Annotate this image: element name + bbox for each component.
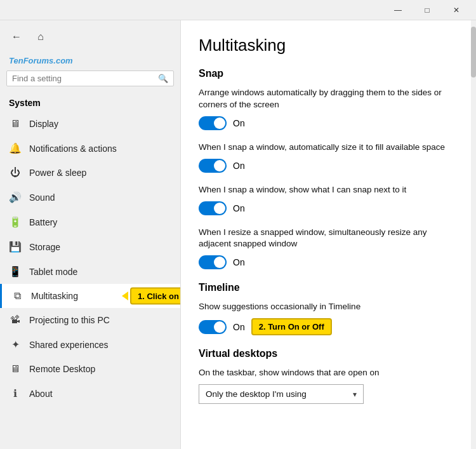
snap-setting-3-desc: When I snap a window, show what I can sn…: [199, 184, 453, 196]
tablet-icon: 📱: [9, 265, 22, 278]
sidebar-item-label: Shared experiences: [29, 340, 109, 350]
sidebar-item-label: Battery: [29, 217, 57, 227]
multitasking-icon: ⧉: [11, 290, 23, 302]
sidebar-item-label: Notifications & actions: [29, 144, 117, 154]
sidebar-item-multitasking-wrapper: ⧉ Multitasking 1. Click on: [0, 284, 180, 308]
sidebar-item-label: Power & sleep: [29, 168, 86, 178]
sidebar-item-label: Storage: [29, 242, 60, 252]
scrollbar-thumb[interactable]: [471, 27, 476, 77]
sidebar-item-battery[interactable]: 🔋 Battery: [0, 210, 180, 234]
search-input[interactable]: [12, 74, 158, 83]
page-title: Multitasking: [199, 36, 453, 55]
sidebar-item-label: Multitasking: [31, 291, 78, 301]
battery-icon: 🔋: [9, 216, 22, 228]
shared-icon: ✦: [9, 338, 22, 351]
sidebar-item-label: Tablet mode: [29, 267, 77, 277]
power-icon: ⏻: [9, 167, 22, 178]
remote-icon: 🖥: [9, 363, 22, 375]
callout-1-label: 1. Click on: [130, 288, 181, 305]
sidebar-item-power[interactable]: ⏻ Power & sleep: [0, 161, 180, 185]
watermark: TenForums.com: [0, 53, 180, 68]
snap-toggle-4-label: On: [233, 257, 245, 267]
snap-setting-1-desc: Arrange windows automatically by draggin…: [199, 87, 453, 111]
sidebar-item-label: About: [29, 389, 53, 399]
snap-toggle-3-row: On: [199, 201, 453, 215]
callout-2-label: 2. Turn On or Off: [251, 318, 332, 335]
storage-icon: 💾: [9, 241, 22, 253]
sidebar-item-notifications[interactable]: 🔔 Notifications & actions: [0, 136, 180, 161]
snap-toggle-3-label: On: [233, 203, 245, 213]
sidebar-item-tablet[interactable]: 📱 Tablet mode: [0, 259, 180, 284]
projecting-icon: 📽: [9, 314, 22, 326]
virtual-desktops-dropdown-row: Only the desktop I'm using ▾: [199, 384, 453, 404]
app-body: ← ⌂ TenForums.com 🔍 System 🖥 Display 🔔 N…: [0, 20, 476, 449]
virtual-desktops-section-title: Virtual desktops: [199, 348, 453, 359]
sidebar-nav-top: ← ⌂: [0, 20, 180, 53]
home-button[interactable]: ⌂: [30, 27, 51, 47]
sidebar-item-remote[interactable]: 🖥 Remote Desktop: [0, 357, 180, 381]
snap-toggle-4-row: On: [199, 255, 453, 269]
maximize-button[interactable]: □: [413, 0, 442, 20]
close-button[interactable]: ✕: [442, 0, 471, 20]
snap-toggle-4[interactable]: [199, 255, 227, 269]
timeline-toggle-label: On: [233, 322, 245, 332]
snap-toggle-1-row: On: [199, 116, 453, 130]
sidebar-item-projecting[interactable]: 📽 Projecting to this PC: [0, 308, 180, 332]
about-icon: ℹ: [9, 387, 22, 399]
timeline-description: Show suggestions occasionally in Timelin…: [199, 301, 453, 313]
sidebar-item-display[interactable]: 🖥 Display: [0, 112, 180, 136]
sidebar-item-about[interactable]: ℹ About: [0, 381, 180, 406]
virtual-desktops-description: On the taskbar, show windows that are op…: [199, 367, 453, 379]
snap-setting-2-desc: When I snap a window, automatically size…: [199, 142, 453, 154]
content-area: Multitasking Snap Arrange windows automa…: [181, 20, 471, 449]
sound-icon: 🔊: [9, 191, 22, 203]
sidebar-item-label: Projecting to this PC: [29, 315, 110, 325]
search-icon: 🔍: [158, 74, 168, 83]
back-button[interactable]: ←: [8, 28, 25, 46]
sidebar: ← ⌂ TenForums.com 🔍 System 🖥 Display 🔔 N…: [0, 20, 181, 449]
timeline-section-title: Timeline: [199, 282, 453, 293]
snap-section-title: Snap: [199, 68, 453, 79]
timeline-toggle[interactable]: [199, 320, 227, 334]
scrollbar-track[interactable]: [471, 20, 476, 449]
timeline-toggle-row: On 2. Turn On or Off: [199, 318, 453, 335]
snap-toggle-2[interactable]: [199, 159, 227, 173]
snap-toggle-2-label: On: [233, 161, 245, 171]
search-box[interactable]: 🔍: [6, 70, 174, 86]
display-icon: 🖥: [9, 118, 22, 130]
snap-toggle-3[interactable]: [199, 201, 227, 215]
dropdown-value: Only the desktop I'm using: [206, 389, 307, 399]
sidebar-item-shared[interactable]: ✦ Shared experiences: [0, 332, 180, 357]
snap-toggle-1[interactable]: [199, 116, 227, 130]
notifications-icon: 🔔: [9, 142, 22, 154]
sidebar-item-label: Remote Desktop: [29, 364, 95, 374]
sidebar-item-storage[interactable]: 💾 Storage: [0, 234, 180, 259]
minimize-button[interactable]: —: [383, 0, 413, 20]
virtual-desktops-dropdown[interactable]: Only the desktop I'm using ▾: [199, 384, 364, 404]
callout-1-arrow: [122, 292, 128, 300]
snap-setting-4-desc: When I resize a snapped window, simultan…: [199, 227, 453, 251]
sidebar-item-label: Sound: [29, 192, 55, 203]
sidebar-section-label: System: [0, 93, 180, 112]
chevron-down-icon: ▾: [353, 390, 357, 399]
sidebar-item-sound[interactable]: 🔊 Sound: [0, 185, 180, 210]
title-bar: — □ ✕: [0, 0, 476, 20]
sidebar-item-label: Display: [29, 119, 58, 129]
title-bar-controls: — □ ✕: [383, 0, 471, 20]
snap-toggle-1-label: On: [233, 118, 245, 128]
snap-toggle-2-row: On: [199, 159, 453, 173]
